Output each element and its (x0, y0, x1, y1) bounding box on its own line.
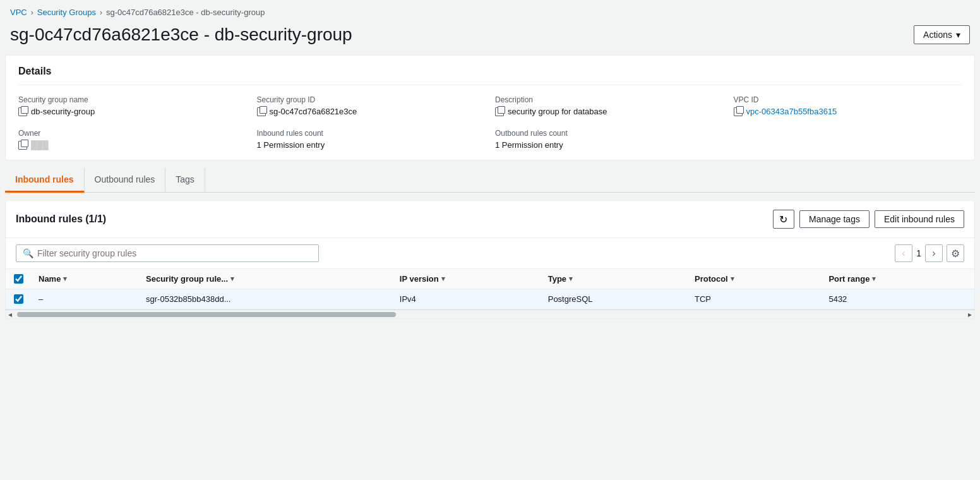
actions-label: Actions (923, 30, 952, 40)
detail-security-group-id: Security group ID sg-0c47cd76a6821e3ce (257, 95, 486, 116)
owner-text: ███ (31, 140, 49, 150)
col-type-label: Type (548, 274, 566, 284)
detail-label-sg-id: Security group ID (257, 95, 486, 104)
col-header-ip-version: IP version ▾ (392, 269, 541, 289)
detail-label-outbound-count: Outbound rules count (495, 129, 724, 138)
row-sgr: sgr-0532b85bb438dd... (138, 289, 392, 309)
table-header-row: Name ▾ Security group rule... ▾ IP versi… (6, 269, 974, 289)
col-header-protocol: Protocol ▾ (687, 269, 821, 289)
rules-count: (1/1) (85, 213, 106, 224)
detail-label-vpc-id: VPC ID (734, 95, 962, 104)
breadcrumb-sep-2: › (100, 8, 102, 17)
detail-security-group-name: Security group name db-security-group (18, 95, 247, 116)
col-checkbox (6, 269, 31, 289)
breadcrumb-vpc-link[interactable]: VPC (10, 8, 27, 17)
select-all-checkbox[interactable] (14, 274, 23, 284)
search-input[interactable] (37, 248, 312, 258)
col-port-sort-icon[interactable]: ▾ (872, 275, 876, 283)
details-grid: Security group name db-security-group Se… (18, 95, 962, 150)
next-page-button[interactable]: › (925, 244, 943, 262)
rules-actions: ↻ Manage tags Edit inbound rules (773, 210, 964, 229)
breadcrumb-current: sg-0c47cd76a6821e3ce - db-security-group (106, 8, 265, 17)
breadcrumb: VPC › Security Groups › sg-0c47cd76a6821… (0, 0, 980, 22)
col-ip-sort-icon[interactable]: ▾ (441, 275, 445, 283)
page-title: sg-0c47cd76a6821e3ce - db-security-group (10, 25, 352, 45)
details-card: Details Security group name db-security-… (5, 55, 975, 160)
breadcrumb-security-groups-link[interactable]: Security Groups (37, 8, 96, 17)
refresh-button[interactable]: ↻ (773, 210, 794, 229)
table-row[interactable]: – sgr-0532b85bb438dd... IPv4 PostgreSQL … (6, 289, 974, 309)
copy-icon-description[interactable] (495, 107, 504, 116)
detail-value-inbound-count: 1 Permission entry (257, 140, 486, 150)
sg-id-text: sg-0c47cd76a6821e3ce (270, 107, 357, 116)
table-wrap: Name ▾ Security group rule... ▾ IP versi… (6, 268, 974, 318)
description-text: security group for database (508, 107, 607, 116)
breadcrumb-sep-1: › (31, 8, 33, 17)
sg-name-text: db-security-group (31, 107, 95, 116)
row-checkbox-cell (6, 289, 31, 309)
col-sgr-label: Security group rule... (146, 274, 228, 284)
tab-inbound-rules[interactable]: Inbound rules (5, 168, 85, 193)
edit-inbound-rules-button[interactable]: Edit inbound rules (875, 210, 964, 228)
details-card-title: Details (18, 66, 962, 85)
detail-label-inbound-count: Inbound rules count (257, 129, 486, 138)
col-header-port-range: Port range ▾ (821, 269, 974, 289)
copy-icon-vpc-id[interactable] (734, 107, 743, 116)
column-settings-button[interactable]: ⚙ (947, 244, 964, 262)
col-sgr-sort-icon[interactable]: ▾ (230, 275, 234, 283)
filter-row: 🔍 ‹ 1 › ⚙ (6, 238, 974, 268)
prev-page-button[interactable]: ‹ (895, 244, 912, 262)
detail-value-vpc-id: vpc-06343a7b55fba3615 (734, 107, 962, 116)
col-header-name: Name ▾ (31, 269, 138, 289)
detail-owner: Owner ███ (18, 129, 247, 150)
detail-vpc-id: VPC ID vpc-06343a7b55fba3615 (734, 95, 962, 116)
tab-outbound-rules[interactable]: Outbound rules (85, 168, 166, 193)
col-type-sort-icon[interactable]: ▾ (569, 275, 573, 283)
vpc-id-link[interactable]: vpc-06343a7b55fba3615 (746, 107, 837, 116)
rules-title-text: Inbound rules (16, 213, 85, 224)
refresh-icon: ↻ (779, 213, 787, 225)
detail-label-sg-name: Security group name (18, 95, 247, 104)
rules-title-wrap: Inbound rules (1/1) (16, 213, 106, 225)
detail-inbound-rules-count: Inbound rules count 1 Permission entry (257, 129, 486, 150)
col-ip-label: IP version (400, 274, 439, 284)
inbound-rules-table: Name ▾ Security group rule... ▾ IP versi… (6, 268, 974, 309)
detail-value-outbound-count: 1 Permission entry (495, 140, 724, 150)
search-wrap[interactable]: 🔍 (16, 244, 319, 262)
inbound-count-text: 1 Permission entry (257, 140, 325, 150)
col-protocol-sort-icon[interactable]: ▾ (731, 275, 734, 283)
scroll-thumb[interactable] (17, 312, 396, 317)
pagination-wrap: ‹ 1 › ⚙ (895, 244, 964, 262)
scroll-right-arrow[interactable]: ▸ (965, 310, 974, 319)
row-checkbox[interactable] (14, 294, 23, 304)
copy-icon-sg-name[interactable] (18, 107, 27, 116)
manage-tags-button[interactable]: Manage tags (799, 210, 869, 228)
row-type: PostgreSQL (541, 289, 687, 309)
col-name-sort-icon[interactable]: ▾ (63, 275, 67, 283)
copy-icon-sg-id[interactable] (257, 107, 266, 116)
scroll-left-arrow[interactable]: ◂ (6, 310, 15, 319)
rules-header: Inbound rules (1/1) ↻ Manage tags Edit i… (6, 201, 974, 238)
col-header-type: Type ▾ (541, 269, 687, 289)
detail-label-description: Description (495, 95, 724, 104)
col-protocol-label: Protocol (695, 274, 728, 284)
page-number: 1 (916, 248, 921, 258)
tab-tags[interactable]: Tags (165, 168, 205, 193)
horizontal-scrollbar[interactable]: ◂ ▸ (6, 309, 974, 318)
search-icon: 🔍 (23, 248, 33, 258)
detail-value-owner: ███ (18, 140, 247, 150)
detail-description: Description security group for database (495, 95, 724, 116)
detail-value-sg-name: db-security-group (18, 107, 247, 116)
detail-outbound-rules-count: Outbound rules count 1 Permission entry (495, 129, 724, 150)
row-ip-version: IPv4 (392, 289, 541, 309)
row-protocol: TCP (687, 289, 821, 309)
col-header-sgr: Security group rule... ▾ (138, 269, 392, 289)
copy-icon-owner[interactable] (18, 141, 27, 150)
inbound-rules-section: Inbound rules (1/1) ↻ Manage tags Edit i… (5, 200, 975, 319)
detail-value-description: security group for database (495, 107, 724, 116)
outbound-count-text: 1 Permission entry (495, 140, 563, 150)
tabs-container: Inbound rules Outbound rules Tags (5, 168, 975, 193)
rules-title: Inbound rules (1/1) (16, 213, 106, 224)
actions-chevron-icon: ▾ (956, 30, 960, 40)
actions-button[interactable]: Actions ▾ (914, 25, 970, 44)
